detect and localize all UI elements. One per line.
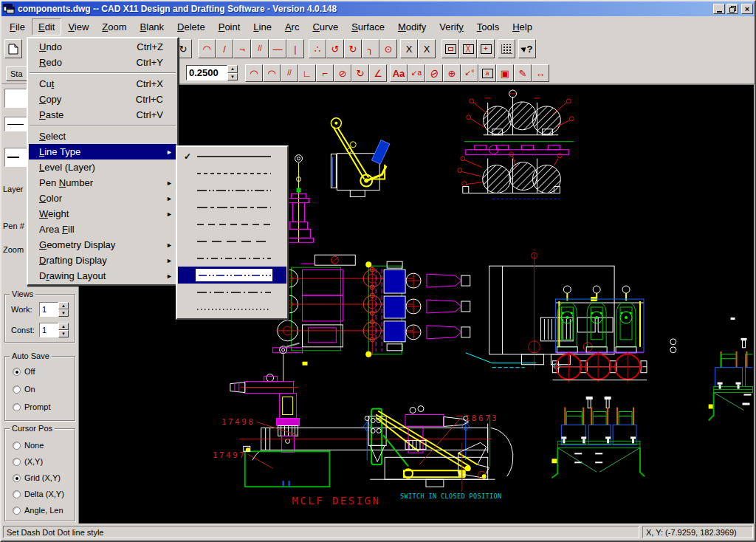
menu-item-line-type[interactable]: Line Type► bbox=[29, 144, 176, 159]
menu-item-cut[interactable]: CutCtrl+X bbox=[29, 76, 176, 92]
diameter-dim-button[interactable]: ⊘ bbox=[334, 64, 351, 82]
menu-item-redo[interactable]: RedoCtrl+Y bbox=[29, 55, 176, 70]
cursor-grid-option[interactable]: Grid (X,Y) bbox=[13, 473, 61, 482]
lineweight-preview[interactable] bbox=[4, 148, 30, 167]
menu-zoom[interactable]: Zoom bbox=[95, 18, 133, 35]
active-color-well[interactable] bbox=[4, 89, 27, 108]
cursor-angle-option[interactable]: Angle, Len bbox=[13, 506, 63, 515]
menu-item-undo[interactable]: UndoCtrl+Z bbox=[29, 39, 176, 55]
menu-point[interactable]: Point bbox=[212, 18, 247, 35]
arc-cw-button[interactable]: ↻ bbox=[344, 39, 362, 58]
cursor-xy-option[interactable]: (X,Y) bbox=[13, 457, 43, 466]
extend-tool-button[interactable]: X bbox=[418, 39, 436, 58]
linear-dim-button[interactable]: ↔ bbox=[532, 64, 549, 82]
work-view-value[interactable]: 1 bbox=[39, 302, 58, 317]
corner-dim-button[interactable]: ∟ bbox=[298, 64, 316, 82]
cursor-delta-option[interactable]: Delta (X,Y) bbox=[13, 490, 64, 498]
rotated-dim-button[interactable]: ↻ bbox=[351, 64, 369, 82]
menu-item-color[interactable]: Color► bbox=[29, 191, 176, 206]
leader-text-button[interactable]: ↙a bbox=[408, 64, 425, 82]
title-bar[interactable]: components.dwg -- CAD X11 Design and Dra… bbox=[1, 1, 755, 16]
menu-item-copy[interactable]: CopyCtrl+C bbox=[29, 92, 176, 107]
linetype-option-dashed[interactable] bbox=[178, 165, 286, 182]
menu-item-drafting-display[interactable]: Drafting Display► bbox=[29, 253, 176, 268]
boxed-dim-button[interactable]: ▣ bbox=[496, 64, 514, 82]
menu-blank[interactable]: Blank bbox=[134, 18, 171, 35]
horizontal-line-button[interactable]: — bbox=[269, 39, 286, 58]
point-tool-button[interactable]: ∴ bbox=[309, 39, 326, 58]
const-view-value[interactable]: 1 bbox=[39, 323, 58, 337]
fillet-tool-button[interactable]: ╮ bbox=[362, 39, 379, 58]
menu-item-drawing-layout[interactable]: Drawing Layout► bbox=[29, 268, 176, 284]
arc-ccw-button[interactable]: ↺ bbox=[326, 39, 344, 58]
auto-save-on-option[interactable]: On bbox=[13, 385, 35, 394]
linetype-option-solid[interactable]: ✓ bbox=[178, 148, 286, 165]
boxed-text-button[interactable]: a bbox=[478, 64, 496, 82]
menu-item-level-layer[interactable]: Level (Layer) bbox=[29, 159, 176, 175]
spinner-down-icon[interactable]: ▼ bbox=[227, 73, 238, 81]
linetype-option-dashed-medium[interactable] bbox=[178, 216, 286, 233]
flag-dim-button[interactable]: ⌐ bbox=[316, 64, 334, 82]
center-mark-button[interactable]: ⊕ bbox=[443, 64, 461, 82]
menu-line[interactable]: Line bbox=[247, 18, 278, 35]
context-help-button[interactable]: ? bbox=[518, 39, 536, 58]
hatch-tool-button[interactable]: ⊘ bbox=[425, 64, 443, 82]
parallel-tool-button[interactable]: // bbox=[251, 39, 269, 58]
close-button[interactable]: × bbox=[741, 4, 753, 14]
line-tool-button[interactable]: / bbox=[216, 39, 233, 58]
leader-symbol-button[interactable]: ↙° bbox=[461, 64, 478, 82]
zoom-window-button[interactable] bbox=[441, 39, 459, 58]
menu-surface[interactable]: Surface bbox=[345, 18, 391, 35]
new-file-button[interactable] bbox=[4, 39, 22, 58]
auto-save-prompt-option[interactable]: Prompt bbox=[13, 402, 50, 411]
linetype-option-dashed-long[interactable] bbox=[178, 233, 286, 250]
linetype-option-center[interactable] bbox=[178, 199, 286, 216]
text-tool-button[interactable]: Aa bbox=[390, 64, 408, 82]
menu-item-pen-number[interactable]: Pen Number► bbox=[29, 175, 176, 191]
menu-edit[interactable]: Edit bbox=[32, 18, 61, 35]
menu-arc[interactable]: Arc bbox=[278, 18, 306, 35]
menu-curve[interactable]: Curve bbox=[306, 18, 345, 35]
menu-file[interactable]: File bbox=[3, 18, 32, 35]
menu-item-weight[interactable]: Weight► bbox=[29, 206, 176, 222]
auto-save-off-option[interactable]: Off bbox=[13, 367, 35, 376]
menu-verify[interactable]: Verify bbox=[433, 18, 470, 35]
circle-tool-button[interactable]: ⊙ bbox=[379, 39, 397, 58]
linetype-option-phantom[interactable] bbox=[178, 182, 286, 199]
menu-modify[interactable]: Modify bbox=[391, 18, 433, 35]
linetype-option-dash-dot-long[interactable] bbox=[178, 284, 286, 301]
vertical-line-button[interactable]: | bbox=[286, 39, 304, 58]
menu-view[interactable]: View bbox=[61, 18, 95, 35]
oblique-dim-button[interactable]: // bbox=[281, 64, 298, 82]
const-view-spinner[interactable]: ▲▼ bbox=[58, 323, 69, 337]
work-view-spinner[interactable]: ▲▼ bbox=[58, 302, 69, 317]
menu-item-select[interactable]: Select bbox=[29, 128, 176, 144]
radio-icon bbox=[13, 490, 21, 498]
arc-length-dim-button[interactable]: ◠ bbox=[245, 64, 263, 82]
menu-item-geometry-display[interactable]: Geometry Display► bbox=[29, 237, 176, 253]
menu-delete[interactable]: Delete bbox=[171, 18, 212, 35]
dim-edit-button[interactable]: ✎ bbox=[514, 64, 532, 82]
menu-tools[interactable]: Tools bbox=[470, 18, 506, 35]
linetype-option-dotted[interactable] bbox=[178, 301, 286, 318]
spinner-up-icon[interactable]: ▲ bbox=[227, 65, 238, 73]
corner-tool-button[interactable]: ¬ bbox=[233, 39, 251, 58]
linetype-preview[interactable] bbox=[4, 117, 27, 131]
angle-dim-button[interactable]: ∠ bbox=[369, 64, 387, 82]
minimize-button[interactable] bbox=[713, 4, 725, 14]
radius-dim-button[interactable]: ◠ bbox=[263, 64, 281, 82]
linetype-option-dash-dot[interactable] bbox=[178, 250, 286, 267]
menu-item-paste[interactable]: PasteCtrl+V bbox=[29, 107, 176, 123]
grid-toggle-button[interactable] bbox=[498, 39, 515, 58]
cursor-none-option[interactable]: None bbox=[13, 441, 44, 450]
zoom-extents-button[interactable]: ╳ bbox=[459, 39, 477, 58]
restore-button[interactable] bbox=[726, 4, 738, 14]
menu-help[interactable]: Help bbox=[506, 18, 539, 35]
dimension-value-input[interactable] bbox=[186, 65, 227, 80]
menu-item-area-fill[interactable]: Area Fill bbox=[29, 222, 176, 237]
dimension-value-spinner[interactable]: ▲ ▼ bbox=[227, 65, 238, 80]
arc-tool-button[interactable]: ◠ bbox=[198, 39, 216, 58]
trim-tool-button[interactable]: X bbox=[400, 39, 418, 58]
pan-button[interactable]: + bbox=[477, 39, 495, 58]
linetype-option-dash-dot-dot[interactable] bbox=[178, 267, 286, 284]
